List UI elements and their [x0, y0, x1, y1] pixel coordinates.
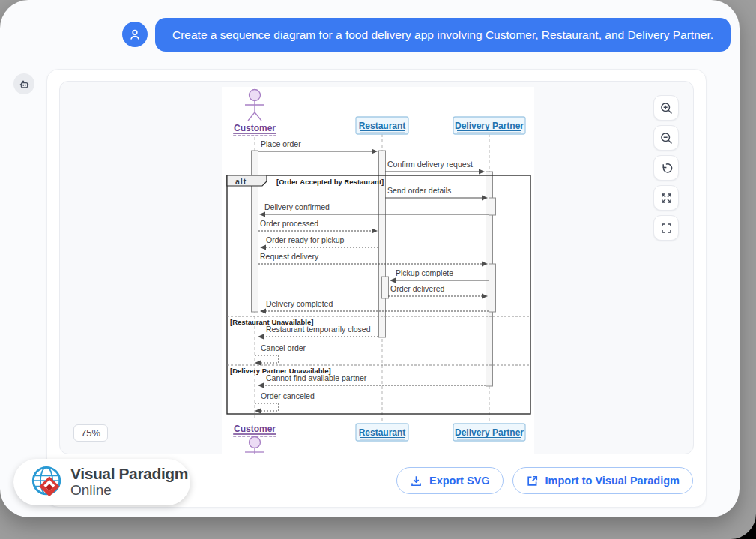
actor-figure-head	[250, 90, 261, 101]
expand-icon	[659, 191, 674, 205]
message-label: Order delivered	[390, 284, 445, 293]
activation-bar	[489, 264, 496, 312]
sequence-diagram-svg: alt[Order Accepted by Restaurant][Restau…	[222, 87, 534, 454]
footer-actions: Export SVG Import to Visual Paradigm	[396, 467, 693, 494]
message-label: Pickup complete	[396, 268, 453, 277]
message-label: Place order	[261, 139, 301, 148]
chat-message-bubble: Create a sequence diagram for a food del…	[155, 18, 731, 52]
message-label: Cannot find available partner	[266, 373, 367, 382]
sequence-diagram-canvas: alt[Order Accepted by Restaurant][Restau…	[222, 87, 534, 454]
canvas-controls	[653, 95, 679, 241]
app-window: Create a sequence diagram for a food del…	[0, 0, 740, 517]
logo-name: Visual Paradigm	[70, 466, 188, 483]
message-label: Request delivery	[260, 252, 319, 261]
user-avatar	[122, 22, 148, 47]
export-svg-label: Export SVG	[429, 475, 490, 487]
visual-paradigm-logo: Visual Paradigm Online	[13, 459, 190, 505]
zoom-level-badge: 75%	[73, 424, 108, 442]
robot-icon	[18, 78, 31, 91]
download-icon	[410, 475, 423, 487]
external-link-icon	[526, 475, 539, 487]
arrowhead	[258, 383, 264, 388]
participant-label: Delivery Partner	[455, 427, 524, 438]
activation-bar	[252, 151, 258, 312]
reset-view-button[interactable]	[653, 155, 679, 181]
message-label: Delivery confirmed	[264, 202, 330, 211]
user-icon	[128, 28, 142, 41]
message-label: Order canceled	[261, 391, 315, 400]
zoom-in-button[interactable]	[653, 95, 679, 121]
actor-figure	[245, 448, 264, 455]
arrowhead	[255, 409, 261, 414]
import-to-vp-label: Import to Visual Paradigm	[545, 475, 680, 487]
zoom-out-icon	[659, 131, 674, 145]
message-label: Cancel order	[261, 343, 306, 352]
participant-label: Restaurant	[359, 427, 406, 438]
arrowhead	[258, 334, 264, 340]
actor-label: Customer	[234, 424, 276, 434]
arrowhead	[372, 149, 378, 154]
arrowhead	[479, 169, 485, 175]
arrowhead	[372, 229, 378, 234]
fullscreen-icon	[659, 221, 674, 235]
participant-label: Restaurant	[359, 121, 406, 131]
arrowhead	[260, 245, 266, 250]
message-label: Send order details	[387, 186, 451, 195]
result-card: alt[Order Accepted by Restaurant][Restau…	[46, 69, 707, 508]
fullscreen-button[interactable]	[653, 215, 679, 241]
expand-button[interactable]	[653, 185, 679, 211]
message-label: Restaurant temporarily closed	[266, 325, 371, 334]
participant-label: Delivery Partner	[455, 121, 524, 131]
diagram-viewport: alt[Order Accepted by Restaurant][Restau…	[59, 81, 694, 454]
message-label: Delivery completed	[266, 299, 333, 308]
zoom-in-icon	[659, 101, 674, 115]
message-label: Order ready for pickup	[266, 235, 345, 244]
arrowhead	[260, 309, 266, 314]
import-to-vp-button[interactable]: Import to Visual Paradigm	[512, 467, 693, 494]
logo-product: Online	[70, 483, 188, 499]
alt-operator-label: alt	[235, 177, 247, 186]
arrowhead	[259, 212, 265, 217]
message-label: Confirm delivery request	[387, 160, 473, 169]
actor-label: Customer	[234, 123, 276, 133]
arrowhead	[390, 278, 396, 283]
arrowhead	[255, 361, 261, 366]
message-label: Order processed	[260, 219, 318, 228]
activation-bar	[489, 198, 496, 215]
fragment-condition-label: [Order Accepted by Restaurant]	[276, 178, 384, 186]
actor-figure	[245, 101, 264, 121]
export-svg-button[interactable]: Export SVG	[396, 467, 504, 494]
bot-avatar	[13, 73, 34, 94]
activation-bar	[382, 277, 389, 298]
actor-figure-head	[250, 437, 261, 448]
globe-logo-icon	[30, 465, 64, 499]
zoom-out-button[interactable]	[653, 125, 679, 151]
chat-message-text: Create a sequence diagram for a food del…	[172, 28, 713, 42]
reset-icon	[659, 161, 674, 175]
alt-operator-pentagon	[227, 175, 267, 186]
